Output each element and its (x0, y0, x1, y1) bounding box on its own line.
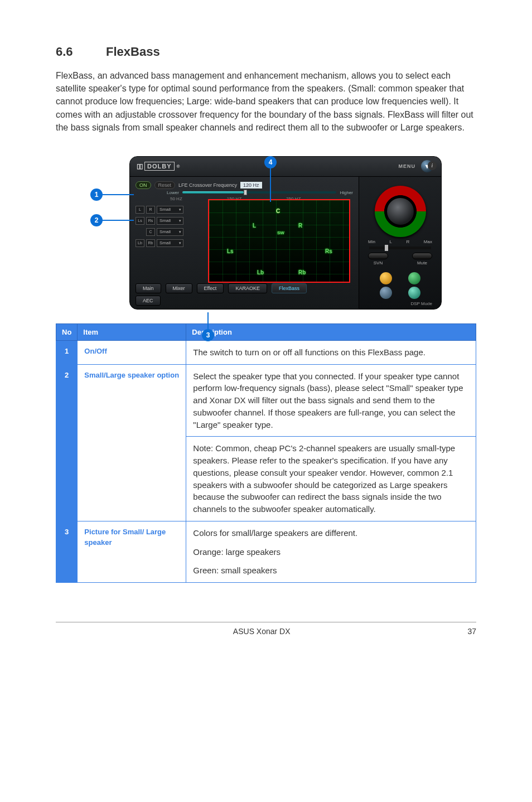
table-row: 1 On/Off The switch to turn on or off al… (56, 340, 476, 364)
speaker-type-rows: L R Small Ls Rs Small C Small (136, 206, 202, 247)
menu-label: MENU (399, 163, 416, 169)
chip-c: C (146, 228, 155, 236)
dsp-mode-music-icon[interactable] (380, 272, 392, 284)
chip-ls: Ls (136, 217, 144, 225)
stage-sw: SW (277, 230, 284, 235)
dsp-mode-movie-icon[interactable] (380, 287, 392, 299)
th-desc: Description (186, 323, 476, 340)
crossover-row: ON Reset LFE Crossover Frequency 120 Hz (136, 181, 353, 189)
cell-desc: Colors for small/large speakers are diff… (186, 521, 476, 582)
left-panel: ON Reset LFE Crossover Frequency 120 Hz … (130, 177, 359, 309)
vol-min-label: Min (368, 239, 375, 244)
cell-no: 1 (56, 340, 78, 364)
select-lbrb[interactable]: Small (157, 239, 183, 247)
speaker-row-lbrb: Lb Rb Small (136, 239, 202, 247)
tab-flexbass[interactable]: FlexBass (272, 283, 307, 293)
tab-row-2: AEC (136, 296, 161, 306)
callout-line-3 (207, 312, 209, 329)
lfe-crossover-value: 120 Hz (240, 182, 262, 189)
stage-c: C (276, 208, 280, 214)
cell-no: 2 (56, 364, 78, 521)
table-row: 3 Picture for Small/ Large speaker Color… (56, 521, 476, 582)
mute-label: Mute (412, 260, 432, 265)
higher-label: Higher (340, 190, 353, 195)
callout-marker-3: 3 (202, 329, 214, 341)
select-lr[interactable]: Small (157, 206, 183, 214)
tab-row-1: Main Mixer Effect KARAOKE FlexBass (136, 283, 307, 293)
lfe-crossover-label: LFE Crossover Frequency (178, 182, 237, 188)
dsp-mode-game-icon[interactable] (408, 272, 420, 284)
tab-aec[interactable]: AEC (136, 296, 161, 306)
callout-line-2 (103, 220, 134, 221)
mute-toggle[interactable] (412, 253, 432, 259)
chip-rb: Rb (146, 239, 155, 247)
dolby-logo-box: DOLBY (144, 162, 175, 171)
tab-effect[interactable]: Effect (197, 283, 224, 293)
chip-l: L (136, 206, 144, 214)
registered-mark: ® (177, 164, 181, 169)
figure-wrapper: 4 1 2 3 ▯▯ DOLBY ® MENU ▾ ON Reset LFE C… (90, 156, 442, 310)
table-row: 2 Small/Large speaker option Select the … (56, 364, 476, 521)
dsp-mode-label: DSP Mode (365, 301, 436, 306)
cell-item: On/Off (78, 340, 186, 364)
chip-r: R (146, 206, 155, 214)
select-lsrs[interactable]: Small (157, 217, 183, 225)
stage-rs: Rs (325, 248, 332, 254)
section-number: 6.6 (56, 45, 106, 59)
speaker-row-c: C Small (136, 228, 202, 236)
stage-r: R (298, 223, 302, 229)
titlebar: ▯▯ DOLBY ® MENU ▾ (130, 157, 441, 177)
main-area: ON Reset LFE Crossover Frequency 120 Hz … (130, 177, 441, 309)
description-table: No Item Description 1 On/Off The switch … (56, 323, 476, 583)
callout-line-1 (103, 194, 134, 195)
tab-mixer[interactable]: Mixer (166, 283, 192, 293)
right-panel: i Min L R Max SVN Mute (359, 177, 441, 309)
flexbass-on-toggle[interactable]: ON (136, 181, 151, 189)
cell-desc: Select the speaker type that you connect… (186, 364, 476, 521)
tick-50hz: 50 HZ (170, 196, 182, 201)
chip-rs: Rs (146, 217, 155, 225)
info-icon: i (432, 162, 433, 168)
callout-line-4 (270, 168, 271, 202)
svn-label: SVN (368, 260, 388, 265)
balance-slider[interactable] (369, 247, 431, 249)
reset-button[interactable]: Reset (154, 181, 176, 189)
callout-marker-2: 2 (90, 214, 103, 226)
slider-thumb[interactable] (244, 190, 247, 195)
speaker-row-lsrs: Ls Rs Small (136, 217, 202, 225)
stage-lb: Lb (257, 269, 264, 276)
dsp-mode-hifi-icon[interactable] (408, 287, 420, 299)
footer-page: 37 (467, 627, 476, 636)
th-item: Item (78, 323, 186, 340)
intro-paragraph: FlexBass, an advanced bass management an… (56, 69, 476, 134)
app-window: ▯▯ DOLBY ® MENU ▾ ON Reset LFE Crossover… (129, 156, 442, 310)
svn-toggle[interactable] (368, 253, 388, 259)
dsp-mode-icons (365, 272, 436, 299)
tab-karaoke[interactable]: KARAOKE (228, 283, 267, 293)
volume-knob[interactable] (375, 186, 426, 237)
tab-main[interactable]: Main (136, 283, 161, 293)
speaker-row-lr: L R Small (136, 206, 202, 214)
dolby-symbol: ▯▯ (137, 162, 142, 170)
cell-item: Picture for Small/ Large speaker (78, 521, 186, 582)
callout-marker-1: 1 (90, 189, 103, 201)
footer-product: ASUS Xonar DX (233, 627, 291, 636)
lower-label: Lower (167, 190, 179, 195)
cell-no: 3 (56, 521, 78, 582)
vol-max-label: Max (424, 239, 432, 244)
callout-marker-4: 4 (264, 156, 277, 168)
info-button[interactable]: i (428, 161, 437, 170)
stage-l: L (253, 223, 256, 229)
page-footer: ASUS Xonar DX 37 (56, 622, 476, 636)
crossover-slider[interactable] (182, 191, 337, 194)
vol-l-label: L (389, 239, 391, 244)
section-title: FlexBass (106, 45, 160, 59)
speaker-stage-preview: C L R SW Ls Rs Lb Rb (208, 199, 350, 283)
cell-desc: The switch to turn on or off all functio… (186, 340, 476, 364)
cell-item: Small/Large speaker option (78, 364, 186, 521)
select-c[interactable]: Small (157, 228, 183, 236)
th-no: No (56, 323, 78, 340)
stage-rb: Rb (298, 269, 306, 276)
vol-r-label: R (407, 239, 410, 244)
crossover-slider-row: Lower Higher (136, 190, 353, 195)
